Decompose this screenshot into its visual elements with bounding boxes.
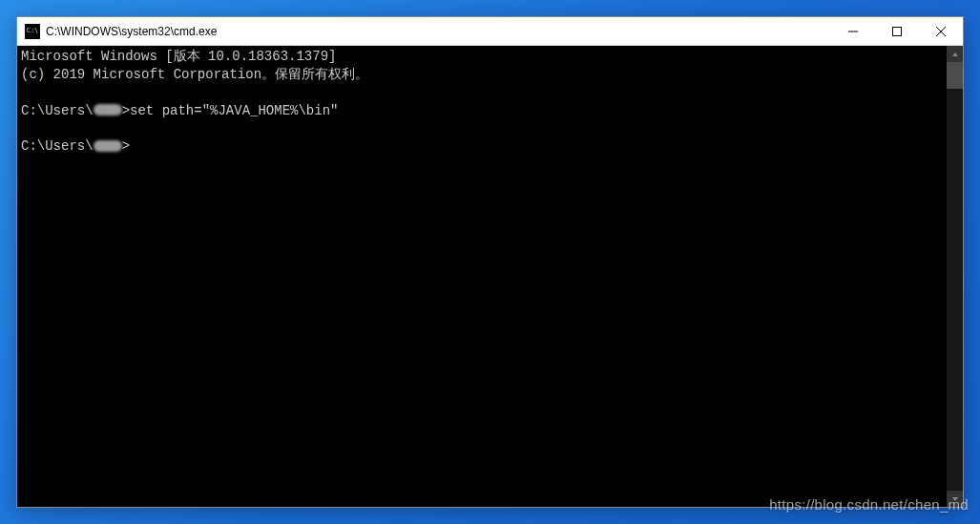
terminal-line: [21, 120, 943, 138]
cmd-icon: [25, 24, 40, 39]
maximize-button[interactable]: [875, 17, 919, 45]
terminal-line: C:\Users\>set path="%JAVA_HOME%\bin": [21, 102, 943, 120]
terminal-area[interactable]: Microsoft Windows [版本 10.0.18363.1379](c…: [17, 46, 963, 507]
window-title: C:\WINDOWS\system32\cmd.exe: [46, 25, 831, 38]
watermark: https://blog.csdn.net/chen_md: [769, 496, 969, 513]
minimize-button[interactable]: [831, 17, 875, 45]
terminal-line: (c) 2019 Microsoft Corporation。保留所有权利。: [21, 66, 943, 84]
svg-rect-1: [893, 27, 902, 35]
terminal-content[interactable]: Microsoft Windows [版本 10.0.18363.1379](c…: [17, 46, 947, 507]
terminal-line: Microsoft Windows [版本 10.0.18363.1379]: [21, 48, 943, 66]
svg-marker-4: [952, 52, 958, 56]
terminal-line: [21, 84, 943, 102]
cmd-window: C:\WINDOWS\system32\cmd.exe Microsoft Wi…: [16, 16, 964, 508]
scroll-up-button[interactable]: [947, 46, 963, 62]
redacted-username: [94, 104, 122, 115]
redacted-username: [94, 140, 122, 152]
terminal-line: C:\Users\>: [21, 137, 943, 156]
scroll-track[interactable]: [947, 62, 963, 491]
scroll-thumb[interactable]: [947, 62, 963, 89]
titlebar[interactable]: C:\WINDOWS\system32\cmd.exe: [17, 17, 963, 46]
scrollbar[interactable]: [947, 46, 963, 507]
close-button[interactable]: [919, 17, 963, 45]
window-controls: [831, 17, 963, 45]
